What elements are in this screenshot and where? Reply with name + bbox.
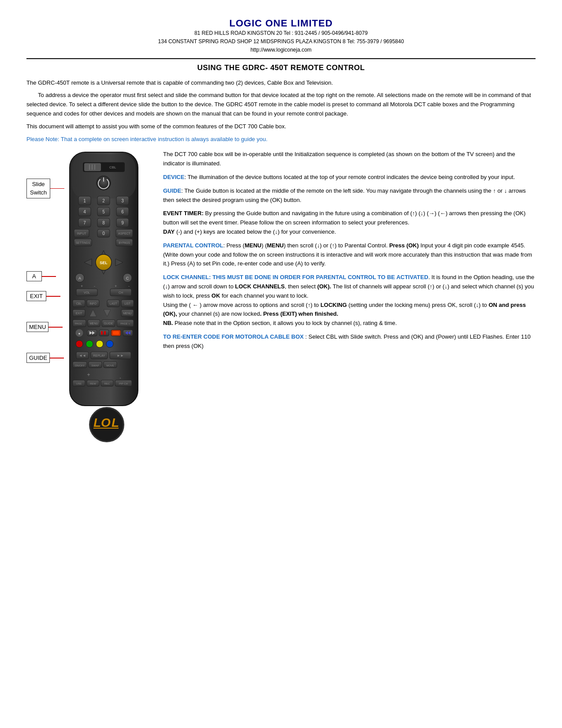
a-line [42, 276, 56, 277]
svg-text:MENU: MENU [89, 322, 98, 325]
svg-text:MOVE: MOVE [106, 364, 114, 367]
remote-with-labels: SlideSwitch A EXIT MENU [26, 150, 150, 442]
header-divider [26, 58, 536, 59]
svg-text:3: 3 [121, 198, 124, 203]
svg-text:7: 7 [83, 220, 86, 225]
event-timer-para: EVENT TIMER: By pressing the Guide butto… [163, 209, 536, 236]
exit-label-container: EXIT [26, 291, 60, 301]
svg-text:◄◄: ◄◄ [79, 354, 86, 358]
a-label: A [26, 271, 42, 281]
slide-switch-line [50, 188, 64, 189]
page-title: USING THE GDRC- 450T REMOTE CONTROL [26, 63, 536, 72]
address-line1: 81 RED HILLS ROAD KINGSTON 20 Tel : 931-… [26, 29, 536, 37]
logo-area: L O L [63, 407, 150, 442]
guide-text-label: GUIDE [163, 187, 181, 194]
event-timer-label: EVENT TIMER: [163, 210, 204, 217]
svg-text:PIP CH: PIP CH [119, 382, 128, 385]
svg-rect-5 [84, 163, 101, 171]
svg-text:REPLAY: REPLAY [93, 354, 105, 357]
exit-line [46, 296, 60, 297]
menu-line [48, 327, 63, 328]
svg-text:8: 8 [102, 220, 105, 225]
svg-text:REW: REW [90, 382, 96, 385]
menu-label: MENU [26, 322, 48, 332]
guide-text-body: : The Guide button is located at the mid… [163, 187, 526, 203]
svg-text:VOL: VOL [84, 291, 90, 294]
dct-intro-text: The DCT 700 cable box will be in-operabl… [163, 150, 536, 168]
svg-text:5: 5 [102, 209, 105, 214]
svg-text:6: 6 [121, 209, 124, 214]
svg-point-91 [76, 340, 83, 347]
guide-label-container: GUIDE [26, 353, 64, 363]
nb-text: NB. Please note that in the Option secti… [163, 320, 397, 326]
svg-text:GUIDE: GUIDE [104, 322, 113, 325]
remote-image: TV CBL [63, 150, 150, 411]
reenter-label: TO RE-ENTER CODE FOR MOTOROLA CABLE BOX [163, 333, 304, 340]
svg-text:+: + [115, 284, 117, 288]
svg-rect-87 [113, 331, 119, 335]
svg-text:REC: REC [104, 382, 110, 385]
svg-rect-85 [104, 331, 106, 335]
svg-text:ON/OFF: ON/OFF [75, 364, 85, 367]
svg-text:SEL: SEL [100, 261, 108, 265]
svg-text:9: 9 [121, 220, 124, 225]
svg-text:ASPECT: ASPECT [118, 232, 131, 235]
intro-para2: To address a device the operator must fi… [26, 91, 536, 118]
device-para: DEVICE: The illumination of the device b… [163, 173, 536, 182]
svg-text:CBL: CBL [109, 165, 116, 169]
website: http://www.logiconeja.com [26, 46, 536, 54]
intro-para1: The GDRC-450T remote is a Universal remo… [26, 78, 536, 88]
svg-text:-: - [128, 284, 130, 288]
svg-text:CBL: CBL [76, 302, 82, 305]
guide-label: GUIDE [26, 353, 50, 363]
svg-text:EXIT: EXIT [76, 312, 82, 315]
intro-note: Please Note: That a complete on screen i… [26, 135, 536, 144]
address-block: 81 RED HILLS ROAD KINGSTON 20 Tel : 931-… [26, 29, 536, 55]
logo-svg: L O L [91, 411, 122, 438]
company-title: LOGIC ONE LIMITED [26, 18, 536, 29]
svg-point-94 [106, 340, 113, 347]
svg-text:2: 2 [102, 198, 105, 203]
svg-text:4: 4 [83, 209, 86, 214]
svg-text:O: O [101, 416, 111, 429]
svg-text:0: 0 [102, 231, 105, 236]
a-label-container: A [26, 271, 56, 281]
lock-label: LOCK CHANNEL: THIS MUST BE DONE IN ORDER… [163, 274, 428, 280]
slide-switch-label-container: SlideSwitch [26, 179, 64, 198]
svg-point-93 [96, 340, 103, 347]
svg-text:L: L [93, 416, 101, 429]
header: LOGIC ONE LIMITED 81 RED HILLS ROAD KING… [26, 18, 536, 55]
svg-text:LAST: LAST [110, 302, 117, 305]
svg-text:PAGE +: PAGE + [120, 322, 130, 325]
svg-text:●: ● [78, 332, 81, 336]
right-panel: The DCT 700 cable box will be in-operabl… [163, 150, 536, 355]
left-panel: SlideSwitch A EXIT MENU [26, 150, 154, 442]
reenter-para: TO RE-ENTER CODE FOR MOTOROLA CABLE BOX … [163, 332, 536, 351]
guide-line [50, 358, 64, 358]
svg-text:PAGE -: PAGE - [75, 322, 84, 325]
event-timer-text: By pressing the Guide button and navigat… [163, 210, 525, 226]
main-content: SlideSwitch A EXIT MENU [26, 150, 536, 442]
slide-switch-label: SlideSwitch [26, 179, 50, 198]
svg-text:-: - [119, 375, 121, 380]
svg-text:INFO: INFO [89, 302, 97, 305]
day-label: DAY [163, 228, 175, 235]
svg-text:1: 1 [83, 198, 86, 203]
lock-channel-para: LOCK CHANNEL: THIS MUST BE DONE IN ORDER… [163, 273, 536, 328]
device-label: DEVICE [163, 174, 184, 180]
intro-section: The GDRC-450T remote is a Universal remo… [26, 78, 536, 144]
address-line2: 134 CONSTANT SPRING ROAD SHOP 12 MIDSPRI… [26, 37, 536, 46]
parental-para: PARENTAL CONTROL: Press (MENU) (MENU) th… [163, 241, 536, 269]
lock-text2: Using the ( ← ) arrow move across to opt… [163, 302, 526, 317]
svg-text:CH: CH [119, 291, 123, 294]
parental-label: PARENTAL CONTROL [163, 242, 223, 249]
svg-text:INPUT: INPUT [77, 232, 87, 235]
svg-text:-: - [94, 284, 95, 288]
day-text: (-) and (+) keys are located below the (… [175, 228, 336, 235]
svg-text:+: + [81, 284, 83, 288]
remote-svg: TV CBL [63, 150, 145, 410]
svg-text:BYPASS: BYPASS [119, 241, 130, 244]
svg-text:SWAP: SWAP [91, 364, 99, 367]
svg-text:SETTINGS: SETTINGS [76, 241, 90, 244]
svg-text:C: C [126, 276, 129, 280]
